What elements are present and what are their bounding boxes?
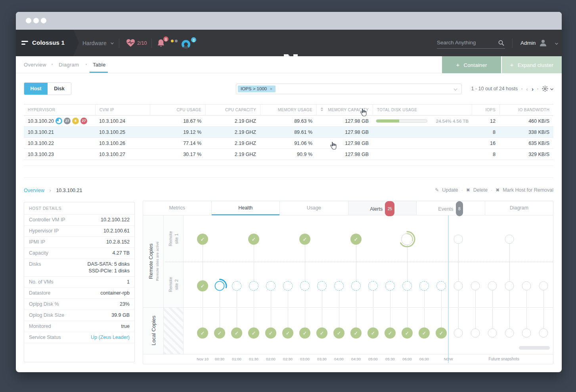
snapshot-future[interactable] xyxy=(454,329,463,338)
table-row[interactable]: 10.3.100.2210.3.100.2677.14 %2.19 GHZ91.… xyxy=(24,138,553,149)
snapshot-done[interactable]: ✓ xyxy=(214,327,225,339)
snapshot-done[interactable]: ✓ xyxy=(350,234,362,245)
col-hypervisor[interactable]: HYPERVISOR xyxy=(24,104,95,116)
snapshot-pending[interactable] xyxy=(317,281,327,291)
next-page-button[interactable]: › xyxy=(532,86,534,92)
remove-filter-icon[interactable]: ✕ xyxy=(270,87,273,91)
snapshot-done[interactable]: ✓ xyxy=(231,327,242,339)
snapshot-future[interactable] xyxy=(505,282,514,291)
snapshot-future[interactable] xyxy=(505,329,514,338)
snapshot-future[interactable] xyxy=(488,329,497,338)
toggle-disk-button[interactable]: Disk xyxy=(48,83,71,95)
snapshot-pending[interactable] xyxy=(266,281,276,291)
snapshot-pending[interactable] xyxy=(300,281,310,291)
cluster-name[interactable]: Colossus 1 xyxy=(32,39,65,46)
timeline-scrollbar[interactable] xyxy=(519,346,550,350)
mark-host-removal-button[interactable]: Mark Host for Removal xyxy=(503,187,553,193)
detail-tab-alerts[interactable]: Alerts25 xyxy=(348,201,417,215)
user-menu[interactable]: Admin xyxy=(521,40,536,46)
snapshot-pending[interactable] xyxy=(283,281,293,291)
snapshot-pending[interactable] xyxy=(402,281,412,291)
snapshot-pending[interactable] xyxy=(419,281,429,291)
snapshot-done[interactable]: ✓ xyxy=(248,234,259,245)
user-chevron-down-icon[interactable] xyxy=(555,42,558,45)
delete-host-button[interactable]: Delete xyxy=(473,187,488,193)
snapshot-done[interactable]: ✓ xyxy=(350,327,362,339)
health-score[interactable]: 2/10 xyxy=(137,40,147,46)
window-control-dot[interactable] xyxy=(26,18,31,23)
snapshot-done[interactable]: ✓ xyxy=(419,327,430,339)
detail-tab-usage[interactable]: Usage xyxy=(280,201,348,215)
snapshot-future[interactable] xyxy=(454,235,463,244)
snapshot-done[interactable]: ✓ xyxy=(436,327,447,339)
snapshot-progress_blue[interactable] xyxy=(215,281,225,291)
detail-tab-health[interactable]: Health xyxy=(212,201,280,215)
breadcrumb-overview-link[interactable]: Overview xyxy=(24,188,44,193)
snapshot-future[interactable] xyxy=(522,329,531,338)
toggle-host-button[interactable]: Host xyxy=(24,83,48,95)
snapshot-done[interactable]: ✓ xyxy=(316,327,327,339)
count-badge[interactable]: 8 xyxy=(72,118,79,124)
detail-tab-metrics[interactable]: Metrics xyxy=(143,201,212,215)
col-io-bandwidth[interactable]: IO BANDWIDTH xyxy=(499,104,553,116)
snapshot-pending[interactable] xyxy=(351,281,361,291)
snapshot-done[interactable]: ✓ xyxy=(197,234,208,245)
snapshot-done[interactable]: ✓ xyxy=(299,234,310,245)
snapshot-pending[interactable] xyxy=(249,281,258,291)
col-iops[interactable]: IOPS xyxy=(472,104,499,116)
task-count-badge[interactable]: 8 xyxy=(190,36,197,43)
snapshot-done[interactable]: ✓ xyxy=(248,327,259,339)
count-badge[interactable]: 27 xyxy=(80,118,87,124)
prev-page-button[interactable]: ‹ xyxy=(526,86,528,92)
sort-icon[interactable] xyxy=(321,107,323,111)
snapshot-pending[interactable] xyxy=(232,281,241,291)
tab-diagram[interactable]: Diagram xyxy=(59,62,79,68)
snapshot-done[interactable]: ✓ xyxy=(265,327,276,339)
settings-chevron-down-icon[interactable] xyxy=(550,87,553,90)
snapshot-done[interactable]: ✓ xyxy=(282,327,293,339)
col-cpu-capacity[interactable]: CPU CAPACITY xyxy=(205,104,260,116)
snapshot-future[interactable] xyxy=(539,282,548,291)
snapshot-future[interactable] xyxy=(505,235,514,244)
col-total-disk-usage[interactable]: TOTAL DISK USAGE xyxy=(373,104,472,116)
snapshot-done[interactable]: ✓ xyxy=(299,327,310,339)
filter-chevron-down-icon[interactable] xyxy=(454,87,457,90)
nav-hardware-menu[interactable]: Hardware xyxy=(82,40,114,46)
table-row[interactable]: 10.3.100.2110.3.100.2519.12 %2.19 GHZ89.… xyxy=(24,127,553,138)
snapshot-done[interactable]: ✓ xyxy=(367,327,379,339)
snapshot-done[interactable]: ✓ xyxy=(197,280,208,291)
menu-icon[interactable] xyxy=(21,40,28,45)
snapshot-pending[interactable] xyxy=(385,281,395,291)
gear-icon[interactable] xyxy=(542,86,548,92)
search-icon[interactable] xyxy=(498,40,504,46)
alert-count-badge[interactable]: 8 xyxy=(163,36,169,42)
count-badge[interactable]: 27 xyxy=(64,118,71,124)
add-container-button[interactable]: +Container xyxy=(442,56,501,73)
snapshot-future[interactable] xyxy=(488,282,497,291)
window-control-dot[interactable] xyxy=(33,18,39,23)
snapshot-pending[interactable] xyxy=(334,281,344,291)
snapshot-pending[interactable] xyxy=(368,281,378,291)
col-cvm-ip[interactable]: CVM IP xyxy=(95,104,150,116)
update-host-button[interactable]: Update xyxy=(442,187,458,193)
snapshot-future[interactable] xyxy=(539,329,548,338)
snapshot-done[interactable]: ✓ xyxy=(333,327,344,339)
detail-tab-events[interactable]: Events8 xyxy=(417,201,485,215)
snapshot-done[interactable]: ✓ xyxy=(385,327,396,339)
snapshot-done[interactable]: ✓ xyxy=(197,327,208,339)
snapshot-done[interactable]: ✓ xyxy=(402,327,413,339)
tasks-donut-icon[interactable] xyxy=(182,40,190,49)
snapshot-progress_green[interactable] xyxy=(401,233,413,245)
table-row[interactable]: 10.3.100.2310.3.100.2730.17 %2.19 GHZ90.… xyxy=(24,149,553,160)
health-heart-icon[interactable] xyxy=(126,39,135,47)
usage-pie-badge[interactable] xyxy=(55,118,62,124)
col-cpu-usage[interactable]: CPU USAGE xyxy=(150,104,205,116)
filter-input[interactable]: IOPS > 1000✕ xyxy=(236,84,462,94)
window-control-dot[interactable] xyxy=(41,18,46,23)
snapshot-future[interactable] xyxy=(522,282,531,291)
col-memory-usage[interactable]: MEMORY USAGE xyxy=(260,104,316,116)
tab-overview[interactable]: Overview xyxy=(24,62,46,68)
expand-cluster-button[interactable]: +Expand cluster xyxy=(502,56,562,73)
global-search[interactable]: Search Anything xyxy=(437,38,505,49)
snapshot-future[interactable] xyxy=(454,282,463,291)
